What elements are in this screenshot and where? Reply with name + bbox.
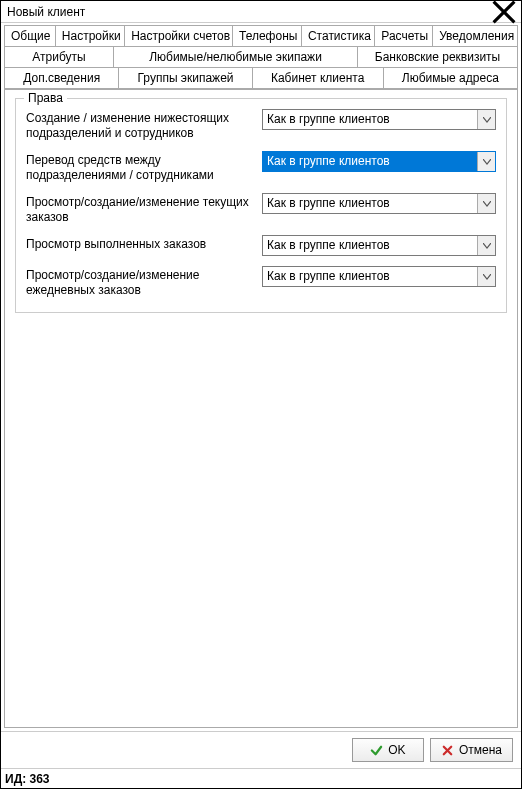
label-done-orders: Просмотр выполненных заказов — [26, 235, 256, 252]
row-done-orders: Просмотр выполненных заказов Как в групп… — [26, 235, 496, 256]
status-id: ИД: 363 — [5, 772, 50, 786]
combo-dropdown-button[interactable] — [477, 110, 495, 129]
combo-dropdown-button[interactable] — [477, 152, 495, 171]
tab-fav-crews[interactable]: Любимые/нелюбимые экипажи — [114, 46, 358, 67]
window-title: Новый клиент — [7, 5, 491, 19]
tab-statistics[interactable]: Статистика — [302, 25, 375, 46]
ok-button-label: OK — [388, 743, 405, 757]
tab-client-cabinet[interactable]: Кабинет клиента — [253, 67, 384, 89]
tab-fav-addresses[interactable]: Любимые адреса — [384, 67, 518, 89]
ok-button[interactable]: OK — [352, 738, 424, 762]
close-icon — [491, 0, 517, 25]
dialog-footer: OK Отмена — [1, 731, 521, 768]
title-bar: Новый клиент — [1, 1, 521, 23]
tab-row-2: Атрибуты Любимые/нелюбимые экипажи Банко… — [4, 46, 518, 67]
tab-payments[interactable]: Расчеты — [375, 25, 433, 46]
window-close-button[interactable] — [491, 3, 517, 21]
tab-bank-details[interactable]: Банковские реквизиты — [358, 46, 518, 67]
chevron-down-icon — [483, 159, 491, 165]
row-daily-orders: Просмотр/создание/изменение ежедневных з… — [26, 266, 496, 298]
combo-transfer-funds[interactable]: Как в группе клиентов — [262, 151, 496, 172]
check-icon — [370, 744, 383, 757]
combo-create-subdiv[interactable]: Как в группе клиентов — [262, 109, 496, 130]
combo-text: Как в группе клиентов — [263, 152, 477, 171]
combo-done-orders[interactable]: Как в группе клиентов — [262, 235, 496, 256]
cancel-icon — [441, 744, 454, 757]
rights-legend: Права — [24, 91, 67, 105]
cancel-button[interactable]: Отмена — [430, 738, 513, 762]
combo-text: Как в группе клиентов — [263, 236, 477, 255]
tab-phones[interactable]: Телефоны — [233, 25, 302, 46]
label-transfer-funds: Перевод средств между подразделениями / … — [26, 151, 256, 183]
combo-text: Как в группе клиентов — [263, 267, 477, 286]
tab-notifications[interactable]: Уведомления — [433, 25, 518, 46]
tab-extra-info[interactable]: Доп.сведения — [4, 67, 119, 89]
label-daily-orders: Просмотр/создание/изменение ежедневных з… — [26, 266, 256, 298]
row-create-subdiv: Создание / изменение нижестоящих подразд… — [26, 109, 496, 141]
combo-dropdown-button[interactable] — [477, 267, 495, 286]
status-bar: ИД: 363 — [1, 768, 521, 788]
chevron-down-icon — [483, 243, 491, 249]
tab-attributes[interactable]: Атрибуты — [4, 46, 114, 67]
combo-daily-orders[interactable]: Как в группе клиентов — [262, 266, 496, 287]
row-transfer-funds: Перевод средств между подразделениями / … — [26, 151, 496, 183]
combo-dropdown-button[interactable] — [477, 236, 495, 255]
combo-dropdown-button[interactable] — [477, 194, 495, 213]
cancel-button-label: Отмена — [459, 743, 502, 757]
tab-row-1: Общие Настройки Настройки счетов Телефон… — [4, 25, 518, 46]
combo-current-orders[interactable]: Как в группе клиентов — [262, 193, 496, 214]
chevron-down-icon — [483, 274, 491, 280]
tab-general[interactable]: Общие — [4, 25, 56, 46]
combo-text: Как в группе клиентов — [263, 194, 477, 213]
tab-content: Права Создание / изменение нижестоящих п… — [4, 89, 518, 728]
row-current-orders: Просмотр/создание/изменение текущих зака… — [26, 193, 496, 225]
chevron-down-icon — [483, 201, 491, 207]
chevron-down-icon — [483, 117, 491, 123]
tab-strip: Общие Настройки Настройки счетов Телефон… — [1, 23, 521, 89]
tab-row-3: Доп.сведения Группы экипажей Кабинет кли… — [4, 67, 518, 89]
rights-fieldset: Права Создание / изменение нижестоящих п… — [15, 98, 507, 313]
label-current-orders: Просмотр/создание/изменение текущих зака… — [26, 193, 256, 225]
tab-account-settings[interactable]: Настройки счетов — [125, 25, 233, 46]
label-create-subdiv: Создание / изменение нижестоящих подразд… — [26, 109, 256, 141]
tab-settings[interactable]: Настройки — [56, 25, 125, 46]
combo-text: Как в группе клиентов — [263, 110, 477, 129]
tab-crew-groups[interactable]: Группы экипажей — [119, 67, 252, 89]
